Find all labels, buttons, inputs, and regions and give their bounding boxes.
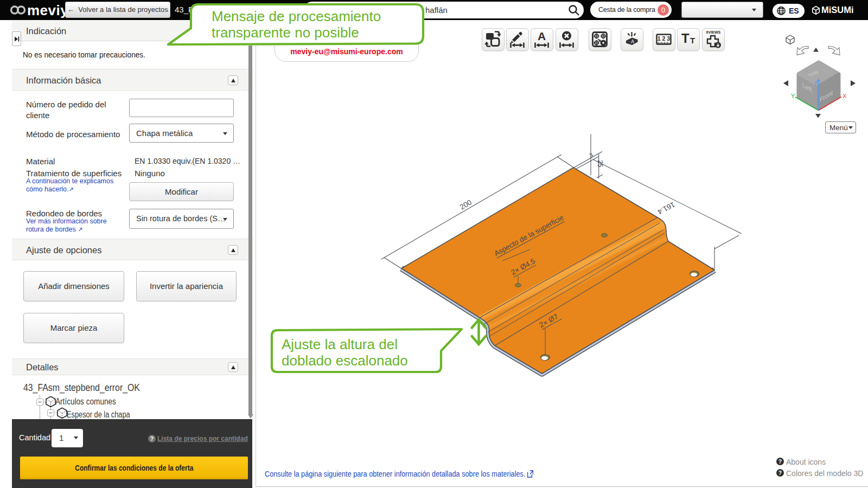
svg-text:X: X xyxy=(843,93,847,99)
svg-text:3: 3 xyxy=(588,151,594,158)
svg-text:1 2 3: 1 2 3 xyxy=(658,35,671,42)
svg-text:200: 200 xyxy=(458,198,473,211)
svg-text:Y: Y xyxy=(791,93,795,99)
svg-text:A: A xyxy=(538,30,546,42)
svg-text:T: T xyxy=(690,36,695,45)
svg-text:25: 25 xyxy=(596,160,604,168)
svg-text:T: T xyxy=(681,31,690,46)
svg-text:161.4: 161.4 xyxy=(656,200,676,216)
svg-text:6VIEWS: 6VIEWS xyxy=(706,30,721,34)
svg-text:z: z xyxy=(814,80,817,86)
